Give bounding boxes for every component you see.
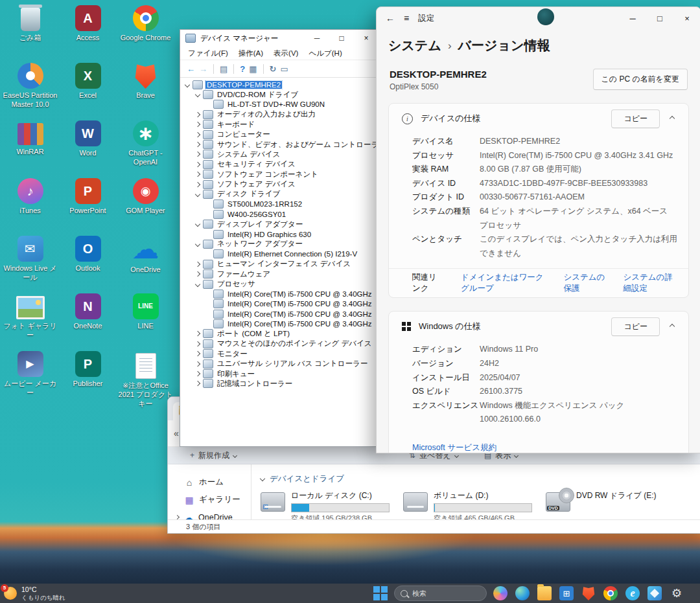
tree-item[interactable]: マウスとそのほかのポインティング デバイス [180, 339, 379, 348]
back-button[interactable]: ← [386, 13, 395, 23]
expand-icon[interactable] [193, 122, 202, 126]
minimize-button[interactable]: ─ [619, 7, 646, 29]
menu-item-2[interactable]: 表示(V) [268, 47, 303, 60]
edge-icon[interactable] [515, 586, 530, 600]
store-icon[interactable] [559, 586, 574, 600]
new-button[interactable]: +新規作成 [190, 450, 237, 461]
start-button[interactable] [373, 586, 388, 600]
expand-icon[interactable] [193, 142, 202, 146]
settings-titlebar[interactable]: ← ≡ 設定 ─ □ × [377, 7, 700, 29]
copy-windows-spec-button[interactable]: コピー [611, 317, 660, 336]
desktop-icon-onedrive[interactable]: ☁OneDrive [117, 233, 174, 291]
tree-item[interactable]: Intel(R) Ethernet Connection (5) I219-V [180, 249, 379, 259]
desktop-icon-google-chrome[interactable]: Google Chrome [117, 3, 174, 60]
tree-item[interactable]: DVD/CD-ROM ドライブ [180, 89, 379, 99]
tree-item[interactable]: Intel(R) Core(TM) i5-7500 CPU @ 3.40GHz [180, 289, 379, 299]
tree-item[interactable]: システム デバイス [180, 150, 379, 159]
expand-icon[interactable] [193, 381, 202, 385]
menu-item-3[interactable]: ヘルプ(H) [303, 47, 347, 60]
settings-gear-icon[interactable] [670, 586, 684, 600]
tree-item[interactable]: ソフトウェア コンポーネント [180, 170, 379, 179]
brave-icon[interactable] [581, 586, 596, 600]
close-button[interactable]: × [673, 7, 700, 29]
desktop-icon-office-product-key-note[interactable]: ※注意とOffice 2021 プロダクトキー [117, 348, 174, 406]
sidebar-item-home[interactable]: ⌂ホーム [168, 473, 251, 491]
desktop-icon-publisher[interactable]: PPublisher [59, 348, 117, 406]
expand-icon[interactable] [193, 352, 202, 356]
desktop-icon-access[interactable]: AAccess [59, 3, 117, 60]
close-button[interactable]: × [354, 30, 379, 47]
expand-icon[interactable] [193, 262, 202, 266]
copilot-icon[interactable] [493, 586, 508, 600]
desktop-icon-outlook[interactable]: OOutlook [59, 233, 117, 291]
collapse-icon[interactable] [193, 282, 202, 286]
tree-item[interactable]: ユニバーサル シリアル バス コントローラー [180, 359, 379, 369]
copy-device-spec-button[interactable]: コピー [611, 109, 660, 128]
expand-icon[interactable] [193, 342, 202, 346]
desktop-icon-itunes[interactable]: ♪iTunes [1, 176, 59, 233]
tree-item[interactable]: Intel(R) Core(TM) i5-7500 CPU @ 3.40GHz [180, 309, 379, 319]
menu-item-0[interactable]: ファイル(F) [183, 47, 233, 60]
expand-icon[interactable] [193, 272, 202, 276]
collapse-icon[interactable] [183, 83, 191, 87]
tree-item[interactable]: ソフトウェア デバイス [180, 179, 379, 189]
desktop-icon-chatgpt[interactable]: ∗ChatGPT - OpenAI [117, 118, 174, 176]
menu-icon[interactable]: ≡ [404, 13, 409, 23]
internet-explorer-icon[interactable] [625, 586, 640, 600]
desktop-icon-movie-maker[interactable]: ▶ムービー メーカー [1, 348, 59, 406]
device-spec-card-header[interactable]: i デバイスの仕様 コピー [402, 104, 678, 133]
navigate-forward-icon[interactable]: → [199, 65, 207, 73]
desktop-icon-recycle-bin[interactable]: ごみ箱 [1, 3, 59, 60]
collapse-icon[interactable] [193, 93, 202, 97]
desktop-icon-easeus-partition-master[interactable]: EaseUS Partition Master 10.0 [1, 60, 59, 118]
photos-icon[interactable] [648, 586, 662, 600]
tree-item[interactable]: DESKTOP-PEMHRE2 [180, 80, 379, 89]
sidebar-item-onedrive[interactable]: ☁OneDrive [168, 508, 251, 520]
drive-item[interactable]: ボリューム (D:)空き領域 465 GB/465 GB [403, 490, 546, 520]
drive-item[interactable]: DVDDVD RW ドライブ (E:) [546, 490, 688, 520]
tree-item[interactable]: ネットワーク アダプター [180, 239, 379, 249]
desktop-icon-windows-live-mail[interactable]: ✉Windows Live メール [1, 233, 59, 291]
desktop-icon-word[interactable]: WWord [59, 118, 117, 176]
expand-icon[interactable] [193, 133, 202, 137]
file-explorer-icon[interactable] [537, 586, 552, 600]
tree-item[interactable]: キーボード [180, 120, 379, 130]
tree-item[interactable]: モニター [180, 349, 379, 359]
desktop-icon-line[interactable]: LINELINE [117, 291, 174, 348]
desktop-icon-excel[interactable]: XExcel [59, 60, 117, 118]
desktop-icon-photo-gallery[interactable]: フォト ギャラリー [1, 291, 59, 348]
computer-icon[interactable]: ▭ [280, 65, 288, 73]
expand-icon[interactable] [193, 372, 202, 376]
tree-item[interactable]: プロセッサ [180, 279, 379, 289]
drive-item[interactable]: ⊞ローカル ディスク (C:)空き領域 195 GB/238 GB [261, 490, 403, 520]
breadcrumb-system[interactable]: システム [388, 37, 441, 54]
minimize-button[interactable]: ─ [305, 30, 329, 47]
tree-item[interactable]: ポート (COM と LPT) [180, 329, 379, 339]
scan-hardware-icon[interactable]: ↻ [270, 65, 277, 73]
desktop-icon-winrar[interactable]: WinRAR [1, 118, 59, 176]
tree-item[interactable]: Intel(R) Core(TM) i5-7500 CPU @ 3.40GHz [180, 299, 379, 309]
tree-item[interactable]: 印刷キュー [180, 369, 379, 378]
search-box[interactable]: 検索 [394, 586, 487, 601]
maximize-button[interactable]: □ [329, 30, 354, 47]
back-icon[interactable]: « [174, 428, 179, 438]
expand-icon[interactable] [193, 362, 202, 366]
tree-item[interactable]: 記憶域コントローラー [180, 379, 379, 389]
collapse-icon[interactable] [193, 192, 202, 196]
help-icon[interactable]: ? [240, 65, 245, 73]
drives-section-header[interactable]: デバイスとドライブ [261, 472, 700, 485]
maximize-button[interactable]: □ [646, 7, 673, 29]
properties-icon[interactable]: ▦ [249, 65, 257, 73]
tree-item[interactable]: オーディオの入力および出力 [180, 109, 379, 119]
tree-item[interactable]: HL-DT-ST DVD+-RW GU90N [180, 100, 379, 109]
sidebar-item-gallery[interactable]: ▦ギャラリー [168, 491, 251, 508]
expand-icon[interactable] [193, 332, 202, 336]
collapse-icon[interactable] [670, 116, 675, 121]
tree-item[interactable]: コンピューター [180, 130, 379, 139]
expand-icon[interactable] [193, 183, 202, 187]
rename-pc-button[interactable]: この PC の名前を変更 [593, 69, 688, 90]
collapse-icon[interactable] [193, 242, 202, 246]
collapse-icon[interactable] [193, 222, 202, 226]
tree-item[interactable]: ファームウェア [180, 269, 379, 279]
expand-icon[interactable] [193, 163, 202, 166]
